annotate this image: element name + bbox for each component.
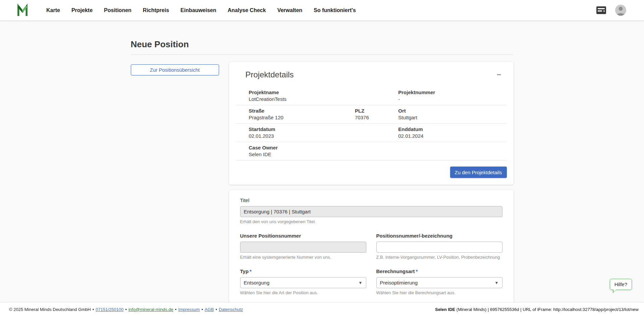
empty-cell <box>355 126 398 139</box>
collapse-card-button[interactable]: − <box>494 70 504 79</box>
nav-item-so-funktionierts[interactable]: So funktioniert's <box>314 7 356 13</box>
copyright-text: © 2025 Mineral Minds Deutschland GmbH <box>9 307 91 312</box>
strasse-cell: Straße Pragstraße 120 <box>236 108 355 120</box>
titel-help: Erhält den von uns vorgegebenen Titel. <box>240 219 502 224</box>
projektdetails-title: Projektdetails <box>246 70 294 79</box>
positionsnummer-input[interactable] <box>376 242 502 253</box>
user-avatar[interactable] <box>615 5 626 16</box>
mineral-minds-logo-icon <box>15 4 30 17</box>
berechnungsart-select-value: Preisoptimierung <box>380 280 418 286</box>
case-owner-cell: Case Owner Selen IDE <box>236 145 355 157</box>
berechnungsart-field-group: Berechnungsart* Preisoptimierung ▼ Wähle… <box>376 268 502 295</box>
typ-select-value: Entsorgung <box>244 280 270 286</box>
zu-den-projektdetails-button[interactable]: Zu den Projektdetails <box>450 167 507 178</box>
zur-positionsuebersicht-button[interactable]: Zur Positionsübersicht <box>131 64 219 75</box>
titel-label: Titel <box>240 197 502 203</box>
nav-item-einbauweisen[interactable]: Einbauweisen <box>180 7 216 13</box>
projektdetails-card: Projektdetails − Projektname LotCreation… <box>229 62 514 185</box>
positionsnummer-field-group: Positionsnummer/-bezeichnung Z.B. Intern… <box>376 233 502 260</box>
nav-item-analyse-check[interactable]: Analyse Check <box>228 7 266 13</box>
empty-cell <box>355 89 398 102</box>
session-user: Selen IDE <box>435 307 455 312</box>
required-marker: * <box>250 268 252 274</box>
main-nav: Karte Projekte Positionen Richtpreis Ein… <box>46 7 356 13</box>
agb-link[interactable]: AGB <box>205 307 214 312</box>
nav-item-karte[interactable]: Karte <box>46 7 60 13</box>
table-row: Case Owner Selen IDE <box>236 142 507 161</box>
datenschutz-link[interactable]: Datenschutz <box>219 307 243 312</box>
titel-field-group: Titel Erhält den von uns vorgegebenen Ti… <box>240 197 502 224</box>
separator: • <box>175 307 177 312</box>
typ-field-group: Typ* Entsorgung ▼ Wählen Sie hier die Ar… <box>240 268 366 295</box>
page-footer: © 2025 Mineral Minds Deutschland GmbH • … <box>0 303 644 316</box>
empty-cell <box>355 145 398 157</box>
separator: • <box>202 307 203 312</box>
ort-cell: Ort Stuttgart <box>398 108 506 120</box>
enddatum-cell: Enddatum 02.01.2024 <box>398 126 506 139</box>
empty-cell <box>398 145 506 157</box>
hilfe-button[interactable]: Hilfe? <box>610 279 632 290</box>
left-column: Zur Positionsübersicht <box>131 62 219 75</box>
berechnungsart-select[interactable]: Preisoptimierung ▼ <box>376 277 502 288</box>
typ-label: Typ* <box>240 268 366 274</box>
table-row: Straße Pragstraße 120 PLZ 70376 Ort Stut… <box>236 105 507 124</box>
positionsnummer-label: Positionsnummer/-bezeichnung <box>376 233 502 239</box>
impressum-link[interactable]: Impressum <box>178 307 200 312</box>
session-info: Selen IDE (Mineral Minds) | 69576255536d… <box>435 307 639 312</box>
right-column: Projektdetails − Projektname LotCreation… <box>229 62 514 316</box>
chevron-down-icon: ▼ <box>359 280 363 285</box>
positionsnummer-help: Z.B. Interne-Vorgangsnummer, LV-Position… <box>376 255 502 260</box>
main-content: Neue Position Zur Positionsübersicht Pro… <box>0 20 644 316</box>
titel-input <box>240 206 502 217</box>
email-link[interactable]: info@mineral-minds.de <box>128 307 173 312</box>
nav-item-projekte[interactable]: Projekte <box>71 7 93 13</box>
separator: • <box>93 307 94 312</box>
table-row: Startdatum 02.01.2023 Enddatum 02.01.202… <box>236 124 507 142</box>
separator: • <box>216 307 217 312</box>
nav-item-positionen[interactable]: Positionen <box>104 7 131 13</box>
separator: • <box>125 307 127 312</box>
typ-select[interactable]: Entsorgung ▼ <box>240 277 366 288</box>
brand-logo[interactable] <box>15 3 30 17</box>
plz-cell: PLZ 70376 <box>355 108 398 120</box>
projektname-cell: Projektname LotCreationTests <box>236 89 355 102</box>
unsere-positionsnummer-field-group: Unsere Positionsnummer Erhält eine syste… <box>240 233 366 260</box>
server-icon[interactable] <box>596 6 606 15</box>
navbar-right <box>596 5 626 16</box>
berechnungsart-help: Wählen Sie hier die Berechnungsart aus. <box>376 290 502 295</box>
project-detail-table: Projektname LotCreationTests Projektnumm… <box>236 87 507 161</box>
page-title: Neue Position <box>131 39 514 55</box>
phone-link[interactable]: 07151/250100 <box>96 307 123 312</box>
neue-position-form-card: Titel Erhält den von uns vorgegebenen Ti… <box>229 190 514 316</box>
unsere-positionsnummer-help: Erhält eine systemgenerierte Nummer von … <box>240 255 366 260</box>
typ-help: Wählen Sie hier die Art der Position aus… <box>240 290 366 295</box>
required-marker: * <box>416 268 418 274</box>
projektnummer-cell: Projektnummer - <box>398 89 506 102</box>
footer-left: © 2025 Mineral Minds Deutschland GmbH • … <box>9 307 243 312</box>
berechnungsart-label: Berechnungsart* <box>376 268 502 274</box>
chevron-down-icon: ▼ <box>495 280 499 285</box>
nav-item-richtpreis[interactable]: Richtpreis <box>143 7 169 13</box>
top-navbar: Karte Projekte Positionen Richtpreis Ein… <box>0 0 644 20</box>
unsere-positionsnummer-label: Unsere Positionsnummer <box>240 233 366 239</box>
nav-item-verwalten[interactable]: Verwalten <box>277 7 303 13</box>
table-row: Projektname LotCreationTests Projektnumm… <box>236 87 507 105</box>
unsere-positionsnummer-input <box>240 242 366 253</box>
startdatum-cell: Startdatum 02.01.2023 <box>236 126 355 139</box>
person-icon <box>615 5 626 16</box>
session-details: (Mineral Minds) | 69576255536d | URL of … <box>455 307 639 312</box>
